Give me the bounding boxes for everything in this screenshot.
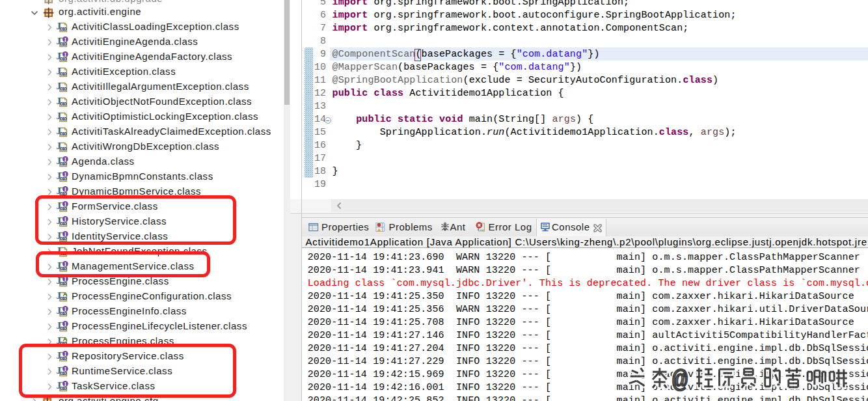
svg-text:@: @ xyxy=(672,366,688,395)
